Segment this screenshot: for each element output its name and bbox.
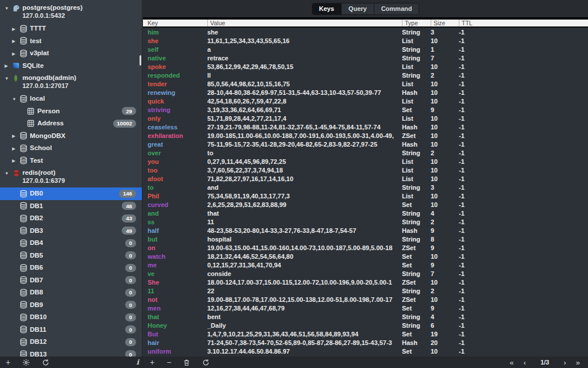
table-row[interactable]: curved2,6,25,28,29,51,62,83,88,99Set10-1 xyxy=(143,200,588,209)
table-row[interactable]: 1122String2-1 xyxy=(143,286,588,295)
sidebar-item-db6[interactable]: DB60 xyxy=(0,262,142,274)
sidebar-item-db0[interactable]: DB0146 xyxy=(0,187,142,200)
column-header-type[interactable]: Type xyxy=(402,20,431,26)
column-header-key[interactable]: Key xyxy=(143,20,207,26)
table-row[interactable]: you0,27,9,11,44,45,96,89,72,25List10-1 xyxy=(143,157,588,166)
column-header-ttl[interactable]: TTL xyxy=(459,20,588,26)
sidebar-item-address[interactable]: Address10002 xyxy=(0,117,142,130)
sidebar-item-db11[interactable]: DB110 xyxy=(0,324,142,336)
disclosure-down-icon[interactable]: ▼ xyxy=(5,4,12,11)
last-page-button[interactable]: » xyxy=(576,359,580,366)
table-row[interactable]: spoke53,86,12,99,42,29,46,78,50,15List10… xyxy=(143,62,588,71)
table-row[interactable]: nativeretraceString7-1 xyxy=(143,53,588,62)
table-row[interactable]: ss11String2-1 xyxy=(143,217,588,226)
table-row[interactable]: respondedllString2-1 xyxy=(143,71,588,79)
trash-icon[interactable] xyxy=(183,359,190,366)
item-label: v3plat xyxy=(30,49,49,57)
sidebar-item-school[interactable]: ▶School xyxy=(0,142,142,155)
sidebar-item-test[interactable]: ▶test xyxy=(0,35,142,48)
sidebar-item-test[interactable]: ▶Test xyxy=(0,155,142,167)
sidebar-item-db4[interactable]: DB40 xyxy=(0,237,142,250)
table-row[interactable]: she11,61,1,25,34,33,43,55,65,16List10-1 xyxy=(143,36,588,45)
disclosure-down-icon[interactable]: ▼ xyxy=(12,96,20,102)
sidebar-scrollbar[interactable] xyxy=(140,55,141,66)
sidebar-item-db12[interactable]: DB120 xyxy=(0,336,142,348)
sidebar-item-db10[interactable]: DB100 xyxy=(0,311,142,324)
disclosure-right-icon[interactable]: ▶ xyxy=(12,38,20,44)
settings-gear-icon[interactable] xyxy=(22,359,30,366)
table-row[interactable]: But1,4,7,9,10,21,25,29,31,36,43,46,51,56… xyxy=(143,329,588,338)
sidebar-item-local[interactable]: ▼local xyxy=(0,93,142,105)
disclosure-down-icon[interactable]: ▼ xyxy=(5,74,12,81)
table-row[interactable]: selfaString1-1 xyxy=(143,45,588,53)
table-row[interactable]: overtoString2-1 xyxy=(143,148,588,157)
disclosure-right-icon[interactable]: ▶ xyxy=(12,26,20,32)
disclosure-right-icon[interactable]: ▶ xyxy=(12,133,20,139)
table-row[interactable]: uniform3.10.12.17.44.46.50.84.86.97Set10… xyxy=(143,347,588,355)
disclosure-right-icon[interactable]: ▶ xyxy=(12,158,20,163)
table-row[interactable]: toandString3-1 xyxy=(143,183,588,191)
sidebar-item-tttt[interactable]: ▶TTTT xyxy=(0,22,142,35)
column-header-size[interactable]: Size xyxy=(431,20,459,26)
tab-command[interactable]: Command xyxy=(374,3,419,14)
disclosure-right-icon[interactable]: ▶ xyxy=(12,51,20,56)
table-row[interactable]: himsheString3-1 xyxy=(143,28,588,36)
table-row[interactable]: only51,71,89,28,44,2,77,21,17,4List10-1 xyxy=(143,114,588,122)
table-row[interactable]: Honey_DailyString6-1 xyxy=(143,321,588,329)
sidebar-item-v3plat[interactable]: ▶v3plat xyxy=(0,47,142,60)
disclosure-down-icon[interactable]: ▼ xyxy=(5,169,12,176)
table-row[interactable]: quick42,54,18,60,26,7,59,47,22,8List10-1 xyxy=(143,97,588,105)
sidebar-item-db7[interactable]: DB70 xyxy=(0,274,142,287)
disclosure-spacer xyxy=(12,231,20,231)
first-page-button[interactable]: « xyxy=(510,359,514,366)
table-row[interactable]: Phil75,34,58,91,19,40,13,17,77,3List10-1 xyxy=(143,191,588,200)
sidebar-item-person[interactable]: Person29 xyxy=(0,105,142,118)
table-row[interactable]: ceaseless27-19,21-79,98-88,11-24,81-32,3… xyxy=(143,122,588,131)
add-key-button[interactable]: + xyxy=(150,358,154,366)
tab-keys[interactable]: Keys xyxy=(312,3,341,14)
connection-postgres-postgres-[interactable]: ▼postgres(postgres)127.0.0.1:5432 xyxy=(0,2,142,22)
table-row[interactable]: veconsideString7-1 xyxy=(143,269,588,278)
count-badge: 0 xyxy=(125,264,136,272)
refresh-connections-icon[interactable] xyxy=(42,359,49,366)
tab-query[interactable]: Query xyxy=(341,3,374,14)
table-row[interactable]: buthospitalString8-1 xyxy=(143,235,588,243)
table-row[interactable]: thatbentString4-1 xyxy=(143,312,588,321)
remove-key-button[interactable]: − xyxy=(167,358,171,366)
table-row[interactable]: men12,16,27,38,44,46,47,68,79Set9-1 xyxy=(143,304,588,312)
add-connection-button[interactable]: + xyxy=(6,358,10,366)
disclosure-right-icon[interactable]: ▶ xyxy=(5,63,12,68)
sidebar-item-db3[interactable]: DB349 xyxy=(0,225,142,237)
table-row[interactable]: watch18,21,32,44,46,52,54,56,64,80Set10-… xyxy=(143,252,588,260)
table-row[interactable]: too3,7,60,56,22,37,3,74,94,18List10-1 xyxy=(143,166,588,174)
column-header-value[interactable]: Value xyxy=(207,20,402,26)
table-row[interactable]: me0,12,15,27,31,36,41,70,94Set9-1 xyxy=(143,260,588,269)
sidebar-item-mongodbx[interactable]: ▶MongoDBX xyxy=(0,130,142,143)
table-row[interactable]: not19.00-88,17.00-78,17.00-12,15.00-138,… xyxy=(143,295,588,304)
table-row[interactable]: tender85,0,56,44,98,62,10,15,16,75List10… xyxy=(143,79,588,88)
table-row[interactable]: afoot71,82,28,27,97,16,17,14,16,10List10… xyxy=(143,174,588,183)
next-page-button[interactable]: › xyxy=(563,359,566,366)
prev-page-button[interactable]: ‹ xyxy=(524,359,526,366)
table-row[interactable]: on19.00-63,15.00-41,15.00-160,14.00-73,1… xyxy=(143,243,588,252)
sidebar-item-db1[interactable]: DB146 xyxy=(0,200,142,213)
refresh-keys-icon[interactable] xyxy=(202,359,210,366)
table-row[interactable]: She18.00-124,17.00-37,15.00-115,12.00-72… xyxy=(143,278,588,286)
table-row[interactable]: renewing28-10,44-80,38-62,69-97,51-31,5-… xyxy=(143,88,588,97)
sidebar-item-db13[interactable]: DB130 xyxy=(0,348,142,357)
sidebar-item-db8[interactable]: DB80 xyxy=(0,286,142,299)
disclosure-right-icon[interactable]: ▶ xyxy=(12,145,20,151)
sidebar-item-sqlite[interactable]: ▶SQLite xyxy=(0,60,142,72)
sidebar-item-db5[interactable]: DB50 xyxy=(0,250,142,262)
table-row[interactable]: striving3,19,33,36,62,64,66,69,71Set9-1 xyxy=(143,105,588,114)
table-row[interactable]: half48-23,58-53,20-80,14-33,3-27,76-33,8… xyxy=(143,226,588,235)
connection-redis-root-[interactable]: ▼redis(root)127.0.0.1:6379 xyxy=(0,167,142,187)
connection-mongodb-admin-[interactable]: ▼mongodb(admin)127.0.0.1:27017 xyxy=(0,72,142,93)
info-icon[interactable]: i xyxy=(136,358,139,366)
sidebar-item-db9[interactable]: DB90 xyxy=(0,299,142,312)
table-row[interactable]: exhilaration19.00-185,11.00-66,10.00-188… xyxy=(143,131,588,140)
table-row[interactable]: hair71-24,50-7,38-73,54-70,52-65,89-0,85… xyxy=(143,338,588,347)
table-row[interactable]: great75-11,95-15,72-35,41-28,29-20,46-82… xyxy=(143,140,588,148)
sidebar-item-db2[interactable]: DB243 xyxy=(0,212,142,225)
table-row[interactable]: andthatString4-1 xyxy=(143,209,588,217)
